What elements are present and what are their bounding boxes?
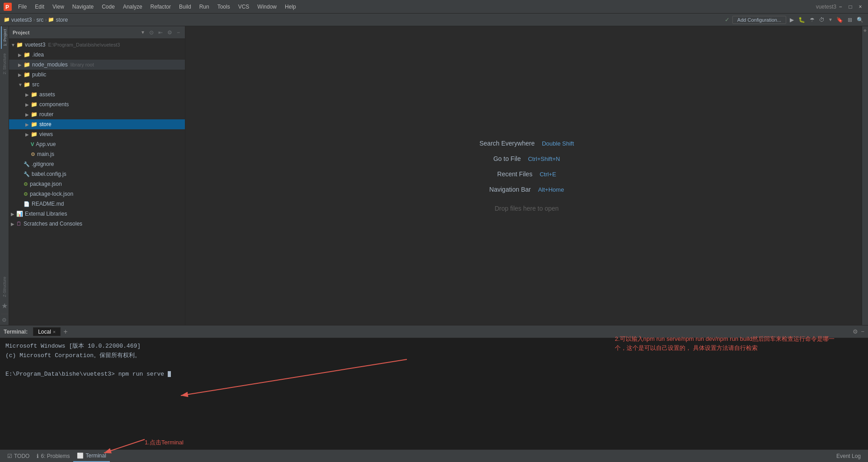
tree-extlibs[interactable]: ▶ 📊 External Libraries	[9, 209, 185, 219]
terminal-settings-icon[interactable]: ⚙	[853, 328, 858, 335]
layout-icon[interactable]: ⊞	[847, 16, 853, 24]
problems-icon: ℹ	[37, 453, 39, 459]
debug-icon[interactable]: 🐛	[797, 16, 806, 24]
tree-public[interactable]: ▶ 📁 public	[9, 70, 185, 80]
menu-run[interactable]: Run	[196, 3, 213, 11]
nav-bar-label: Navigation Bar	[489, 186, 531, 193]
breadcrumb-store[interactable]: store	[56, 17, 68, 23]
menu-navigate[interactable]: Navigate	[69, 3, 97, 11]
tree-assets[interactable]: ▶ 📁 assets	[9, 90, 185, 99]
menu-build[interactable]: Build	[175, 3, 195, 11]
menu-tools[interactable]: Tools	[214, 3, 234, 11]
tree-components[interactable]: ▶ 📁 components	[9, 99, 185, 109]
search-everywhere-icon[interactable]: 🔍	[856, 16, 864, 24]
dropdown-arrow-icon[interactable]: ▼	[828, 17, 833, 22]
terminal-tab-local[interactable]: Local ×	[33, 327, 61, 336]
arrow-scratches: ▶	[11, 222, 16, 226]
problems-button[interactable]: ℹ 6: Problems	[33, 450, 73, 462]
arrow-store: ▶	[25, 122, 31, 127]
close-button[interactable]: ×	[856, 3, 864, 11]
gitignore-icon: 🔧	[24, 161, 30, 167]
breadcrumb-src[interactable]: src	[36, 17, 43, 23]
panel-dropdown-icon[interactable]: ▼	[141, 30, 145, 35]
tree-gitignore[interactable]: 🔧 .gitignore	[9, 159, 185, 169]
collapse-icon[interactable]: ⇤	[157, 29, 164, 36]
add-terminal-button[interactable]: +	[61, 328, 69, 336]
scratches-icon: 🗒	[16, 221, 22, 227]
extlibs-icon: 📊	[16, 211, 23, 217]
coverage-icon[interactable]: ☂	[809, 16, 816, 24]
folder-node-modules-icon: 📁	[24, 61, 30, 68]
menu-window[interactable]: Window	[254, 3, 280, 11]
terminal-prompt: E:\Program_Data\bishe\vuetest3>	[5, 371, 115, 377]
profile-icon[interactable]: ⏱	[818, 16, 826, 24]
terminal-cursor	[168, 371, 171, 377]
menu-file[interactable]: File	[14, 3, 30, 11]
gutter-icon-1: ◆	[862, 26, 868, 33]
activity-settings[interactable]: ⚙	[0, 315, 9, 325]
bookmark-icon[interactable]: 🔖	[835, 16, 844, 24]
tree-views[interactable]: ▶ 📁 views	[9, 129, 185, 139]
folder-idea-icon: 📁	[24, 52, 30, 58]
terminal-button[interactable]: ⬜ Terminal	[73, 450, 109, 462]
tree-mainjs[interactable]: ⚙ main.js	[9, 149, 185, 159]
menu-edit[interactable]: Edit	[31, 3, 48, 11]
terminal-tab-close[interactable]: ×	[53, 329, 56, 335]
minimize-button[interactable]: −	[836, 3, 844, 11]
todo-button[interactable]: ☑ TODO	[4, 450, 33, 462]
activity-z-structure[interactable]: Z-Structure	[1, 274, 8, 300]
tree-idea[interactable]: ▶ 📁 .idea	[9, 50, 185, 60]
tree-appvue[interactable]: V App.vue	[9, 139, 185, 149]
folder-src-icon: 📁	[24, 81, 30, 88]
tree-scratches[interactable]: ▶ 🗒 Scratches and Consoles	[9, 219, 185, 229]
recent-files-label: Recent Files	[497, 170, 533, 178]
tree-store[interactable]: ▶ 📁 store	[9, 119, 185, 129]
terminal-minimize-icon[interactable]: −	[861, 328, 864, 335]
assets-label: assets	[39, 91, 55, 98]
menu-help[interactable]: Help	[281, 3, 300, 11]
todo-icon: ☑	[7, 453, 12, 459]
tree-packagelock[interactable]: ⚙ package-lock.json	[9, 189, 185, 199]
terminal-label: Terminal	[85, 453, 106, 459]
activity-divider	[1, 314, 8, 314]
add-configuration-button[interactable]: Add Configuration...	[732, 16, 786, 24]
welcome-row-gotofile: Go to File Ctrl+Shift+N	[493, 155, 560, 162]
menu-analyze[interactable]: Analyze	[119, 3, 146, 11]
arrow-components: ▶	[25, 102, 31, 107]
title-bar: P File Edit View Navigate Code Analyze R…	[0, 0, 868, 14]
breadcrumb-store-icon: 📁	[48, 17, 54, 23]
tree-packagejson[interactable]: ⚙ package.json	[9, 179, 185, 189]
terminal-body[interactable]: Microsoft Windows [版本 10.0.22000.469] (c…	[0, 338, 868, 449]
packagejson-icon: ⚙	[24, 181, 28, 187]
hide-icon[interactable]: −	[175, 29, 181, 36]
extlibs-label: External Libraries	[25, 211, 67, 217]
activity-project[interactable]: 1: Project	[1, 26, 8, 49]
activity-structure[interactable]: 2: Structure	[1, 51, 8, 77]
vcs-icon: ✓	[725, 16, 730, 23]
project-panel-title: Project	[13, 30, 141, 35]
menu-code[interactable]: Code	[98, 3, 118, 11]
event-log-button[interactable]: Event Log	[833, 453, 864, 459]
run-icon[interactable]: ▶	[789, 16, 795, 24]
menu-refactor[interactable]: Refactor	[147, 3, 175, 11]
tree-src[interactable]: ▼ 📁 src	[9, 80, 185, 90]
project-panel: Project ▼ ⊙ ⇤ ⚙ − ▼ 📁 vuetest3 E:\Progra…	[9, 26, 185, 325]
terminal-prompt-line: E:\Program_Data\bishe\vuetest3> npm run …	[5, 370, 863, 379]
drop-text: Drop files here to open	[495, 205, 559, 212]
maximize-button[interactable]: □	[846, 3, 854, 11]
tree-node-modules[interactable]: ▶ 📁 node_modules library root	[9, 60, 185, 70]
tree-router[interactable]: ▶ 📁 router	[9, 109, 185, 119]
tree-vuetest3[interactable]: ▼ 📁 vuetest3 E:\Program_Data\bishe\vuete…	[9, 40, 185, 50]
todo-label: TODO	[14, 453, 29, 459]
run-toolbar: ✓ Add Configuration... ▶ 🐛 ☂ ⏱ ▼ 🔖 ⊞ 🔍	[725, 16, 864, 24]
menu-vcs[interactable]: VCS	[235, 3, 253, 11]
nav-bar-shortcut: Alt+Home	[538, 186, 564, 193]
tree-babel[interactable]: 🔧 babel.config.js	[9, 169, 185, 179]
tree-readme[interactable]: 📄 README.md	[9, 199, 185, 209]
locate-icon[interactable]: ⊙	[148, 29, 155, 36]
gear-icon[interactable]: ⚙	[166, 29, 174, 36]
menu-view[interactable]: View	[49, 3, 68, 11]
app-logo-icon: P	[4, 3, 12, 11]
activity-favorites[interactable]: ★	[0, 300, 9, 312]
breadcrumb-root[interactable]: vuetest3	[11, 17, 32, 23]
